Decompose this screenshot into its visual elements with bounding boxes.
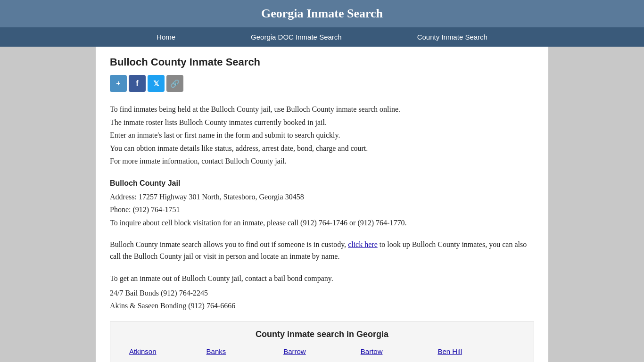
nav-county-search[interactable]: County Inmate Search	[380, 27, 525, 47]
county-link[interactable]: Banks	[206, 346, 284, 357]
bail-intro: To get an inmate out of Bulloch County j…	[110, 272, 534, 285]
county-link[interactable]: Atkinson	[129, 346, 206, 357]
desc-line-4: You can obtion inmate details like statu…	[110, 142, 534, 155]
county-link[interactable]: Bryan	[438, 360, 515, 362]
page-title: Bulloch County Inmate Search	[110, 56, 534, 68]
county-link[interactable]: Bartow	[361, 346, 438, 357]
bail-bond1: 24/7 Bail Bonds (912) 764-2245	[110, 287, 534, 299]
description: To find inmates being held at the Bulloc…	[110, 103, 534, 167]
site-header: Georgia Inmate Search	[0, 0, 644, 27]
custody-text-before: Bulloch County inmate search allows you …	[110, 240, 346, 248]
county-link[interactable]: Brooks	[361, 360, 438, 362]
county-link[interactable]: Barrow	[283, 346, 361, 357]
nav-home[interactable]: Home	[119, 27, 213, 47]
jail-visitation: To inquire about cell block visitation f…	[110, 216, 534, 229]
nav-doc-search[interactable]: Georgia DOC Inmate Search	[213, 27, 380, 47]
content-wrapper: Bulloch County Inmate Search + f 𝕏 🔗 To …	[0, 47, 644, 362]
county-link[interactable]: Bibb	[206, 360, 284, 362]
click-here-link[interactable]: click here	[348, 240, 378, 248]
main-content: Bulloch County Inmate Search + f 𝕏 🔗 To …	[96, 47, 548, 362]
main-nav: Home Georgia DOC Inmate Search County In…	[0, 27, 644, 47]
desc-line-3: Enter an inmate's last or first name in …	[110, 129, 534, 141]
desc-line-2: The inmate roster lists Bulloch County i…	[110, 116, 534, 129]
bail-bond2: Akins & Saseen Bonding (912) 764-6666	[110, 299, 534, 312]
custody-paragraph: Bulloch County inmate search allows you …	[110, 239, 534, 263]
county-search-section: County inmate search in Georgia Atkinson…	[110, 321, 534, 362]
link-button[interactable]: 🔗	[166, 75, 183, 92]
county-link[interactable]: Brantley	[283, 360, 361, 362]
social-buttons: + f 𝕏 🔗	[110, 75, 534, 92]
county-grid: AtkinsonBanksBarrowBartowBen HillBerrien…	[120, 346, 524, 362]
site-title: Georgia Inmate Search	[261, 7, 383, 20]
jail-address: Address: 17257 Highway 301 North, States…	[110, 190, 534, 203]
county-link[interactable]: Ben Hill	[438, 346, 515, 357]
jail-info: Bulloch County Jail Address: 17257 Highw…	[110, 177, 534, 229]
desc-line-1: To find inmates being held at the Bulloc…	[110, 103, 534, 115]
jail-phone: Phone: (912) 764-1751	[110, 203, 534, 216]
twitter-button[interactable]: 𝕏	[148, 75, 165, 92]
share-button[interactable]: +	[110, 75, 127, 92]
desc-line-5: For more inmate information, contact Bul…	[110, 155, 534, 167]
bail-info: To get an inmate out of Bulloch County j…	[110, 272, 534, 313]
county-search-title: County inmate search in Georgia	[120, 329, 524, 339]
county-link[interactable]: Berrien	[129, 360, 206, 362]
facebook-button[interactable]: f	[129, 75, 146, 92]
jail-name: Bulloch County Jail	[110, 177, 534, 189]
